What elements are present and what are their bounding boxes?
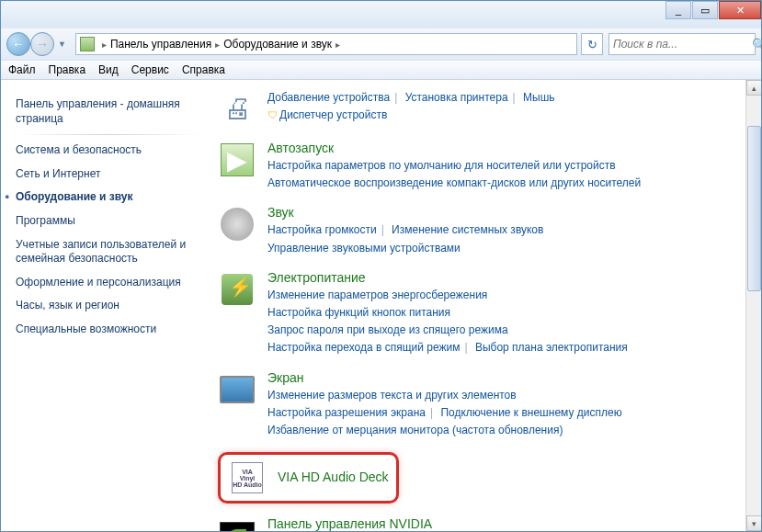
minimize-button[interactable]: _ (665, 1, 691, 19)
category-autoplay: ▶ Автозапуск Настройка параметров по умо… (218, 141, 745, 192)
category-nvidia: Панель управления NVIDIA (218, 516, 745, 531)
breadcrumb-sep-icon: ▸ (336, 40, 340, 50)
sidebar-hardware-sound[interactable]: Оборудование и звук (16, 186, 201, 209)
category-sound: Звук Настройка громкости| Изменение сист… (218, 205, 745, 256)
link-refresh-rate[interactable]: Избавление от мерцания монитора (частота… (267, 424, 563, 436)
menu-tools[interactable]: Сервис (131, 63, 169, 76)
link-autoplay-defaults[interactable]: Настройка параметров по умолчанию для но… (267, 159, 616, 172)
link-resolution[interactable]: Настройка разрешения экрана (267, 406, 426, 419)
sound-icon (218, 205, 256, 243)
sidebar-user-accounts[interactable]: Учетные записи пользователей и семейная … (16, 233, 201, 271)
screen-title[interactable]: Экран (267, 370, 745, 385)
sidebar-divider (16, 134, 201, 135)
sidebar-appearance[interactable]: Оформление и персонализация (16, 271, 201, 295)
search-box[interactable]: 🔍 (608, 33, 756, 55)
autoplay-title[interactable]: Автозапуск (267, 141, 745, 155)
link-add-device[interactable]: Добавление устройства (267, 91, 390, 104)
titlebar: _ ▭ ✕ (1, 1, 761, 28)
category-screen: Экран Изменение размеров текста и других… (218, 370, 745, 440)
sound-title[interactable]: Звук (267, 205, 745, 220)
devices-icon: 🖨 (218, 89, 256, 128)
sidebar-network-internet[interactable]: Сеть и Интернет (16, 163, 201, 187)
link-power-buttons[interactable]: Настройка функций кнопок питания (267, 306, 450, 319)
back-button[interactable]: ← (6, 32, 30, 56)
menu-file[interactable]: Файл (8, 63, 36, 76)
link-device-manager[interactable]: Диспетчер устройств (279, 108, 387, 121)
link-external-display[interactable]: Подключение к внешнему дисплею (440, 406, 621, 419)
search-icon[interactable]: 🔍 (752, 38, 762, 51)
maximize-button[interactable]: ▭ (692, 1, 718, 19)
sidebar: Панель управления - домашняя страница Си… (1, 80, 209, 531)
history-dropdown-icon[interactable]: ▼ (58, 40, 66, 49)
link-text-size[interactable]: Изменение размеров текста и других элеме… (267, 389, 517, 402)
link-mouse[interactable]: Мышь (523, 91, 555, 104)
highlight-box: VIAVinylHD Audio VIA HD Audio Deck (218, 452, 399, 504)
screen-icon (218, 370, 256, 409)
main-content: 🖨 Добавление устройства| Установка принт… (209, 80, 761, 531)
via-icon: VIAVinylHD Audio (228, 458, 267, 497)
link-sleep-settings[interactable]: Настройка перехода в спящий режим (267, 341, 460, 354)
forward-button[interactable]: → (30, 32, 54, 56)
link-audio-devices[interactable]: Управление звуковыми устройствами (267, 242, 461, 255)
link-password-wakeup[interactable]: Запрос пароля при выходе из спящего режи… (267, 323, 508, 336)
menu-help[interactable]: Справка (182, 63, 225, 76)
breadcrumb-control-panel[interactable]: Панель управления (110, 38, 211, 51)
navbar: ← → ▼ ▸ Панель управления ▸ Оборудование… (1, 28, 761, 60)
link-power-settings[interactable]: Изменение параметров энергосбережения (267, 289, 487, 301)
link-volume[interactable]: Настройка громкости (267, 223, 377, 236)
scroll-down-button[interactable]: ▾ (746, 515, 761, 531)
refresh-button[interactable]: ↻ (581, 33, 603, 55)
menu-view[interactable]: Вид (98, 63, 119, 76)
nvidia-title[interactable]: Панель управления NVIDIA (267, 516, 745, 531)
breadcrumb-sep-icon: ▸ (102, 40, 107, 50)
menubar: Файл Правка Вид Сервис Справка (1, 60, 761, 80)
shield-icon: 🛡 (267, 109, 278, 120)
address-icon (80, 37, 95, 51)
close-button[interactable]: ✕ (719, 1, 761, 19)
sidebar-programs[interactable]: Программы (16, 209, 201, 233)
search-input[interactable] (613, 38, 752, 51)
autoplay-icon: ▶ (218, 141, 256, 179)
link-autoplay-cd[interactable]: Автоматическое воспроизведение компакт-д… (267, 176, 641, 189)
via-audio-deck-title[interactable]: VIA HD Audio Deck (278, 470, 389, 484)
power-icon (218, 270, 256, 309)
sidebar-clock-language[interactable]: Часы, язык и регион (16, 294, 201, 318)
sidebar-system-security[interactable]: Система и безопасность (16, 139, 201, 163)
scroll-up-button[interactable]: ▴ (746, 80, 761, 96)
category-power: Электропитание Изменение параметров энер… (218, 270, 745, 357)
nvidia-icon (218, 516, 256, 531)
power-title[interactable]: Электропитание (267, 270, 745, 285)
link-power-plan[interactable]: Выбор плана электропитания (475, 341, 628, 354)
category-devices: 🖨 Добавление устройства| Установка принт… (218, 89, 745, 128)
menu-edit[interactable]: Правка (49, 63, 86, 76)
scrollbar[interactable]: ▴ ▾ (745, 80, 761, 531)
sidebar-accessibility[interactable]: Специальные возможности (16, 318, 201, 342)
address-bar[interactable]: ▸ Панель управления ▸ Оборудование и зву… (75, 33, 577, 55)
scroll-thumb[interactable] (747, 126, 761, 291)
link-install-printer[interactable]: Установка принтера (405, 91, 508, 104)
link-system-sounds[interactable]: Изменение системных звуков (392, 223, 543, 236)
breadcrumb-sep-icon: ▸ (215, 40, 220, 50)
sidebar-home[interactable]: Панель управления - домашняя страница (16, 93, 201, 130)
breadcrumb-hardware-sound[interactable]: Оборудование и звук (223, 38, 332, 51)
